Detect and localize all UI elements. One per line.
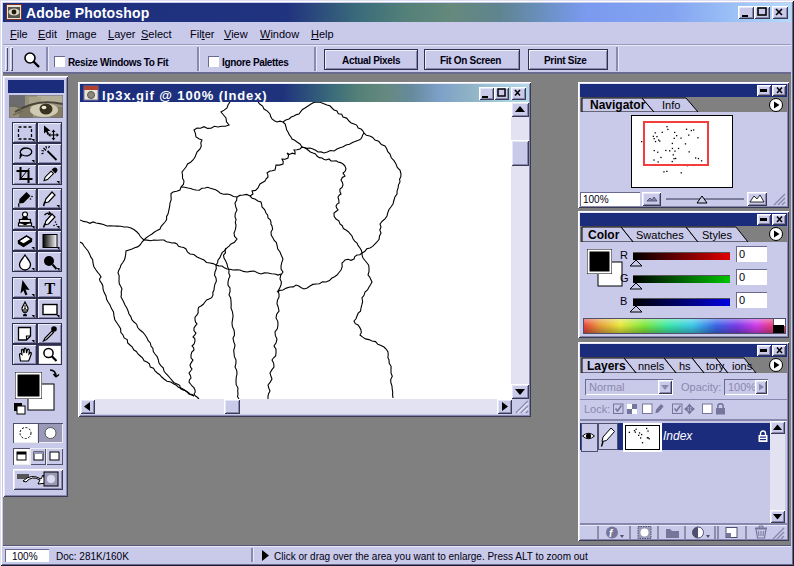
svg-text:tory: tory — [706, 360, 725, 372]
svg-text:Info: Info — [662, 99, 680, 111]
svg-text:hs: hs — [679, 360, 691, 372]
svg-text:Styles: Styles — [702, 229, 732, 241]
svg-text:T: T — [45, 280, 56, 297]
svg-text:Navigator: Navigator — [590, 98, 646, 112]
svg-text:nnels: nnels — [638, 360, 665, 372]
svg-text:Layers: Layers — [587, 359, 626, 373]
svg-text:Swatches: Swatches — [636, 229, 684, 241]
svg-text:Color: Color — [588, 228, 620, 242]
svg-text:ions: ions — [732, 360, 753, 372]
